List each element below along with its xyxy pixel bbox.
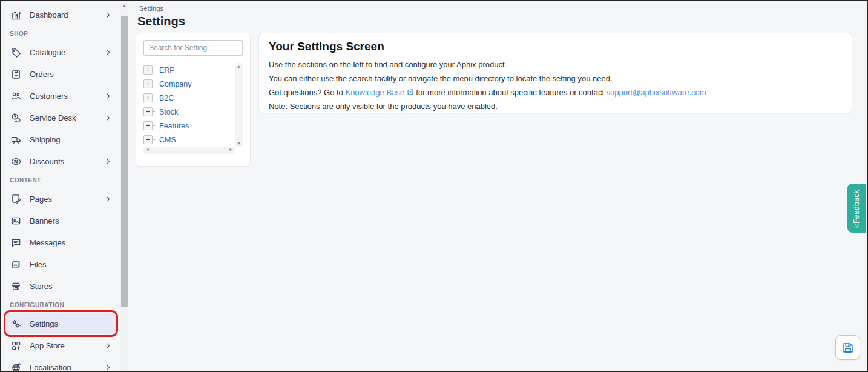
sidebar-item-label: Files [30, 260, 46, 269]
sidebar-item-label: Catalogue [30, 48, 65, 57]
truck-icon [10, 133, 22, 145]
settings-tree: + ERP + Company + B2C + [143, 63, 243, 154]
sidebar-item-label: Settings [30, 319, 58, 328]
sidebar-item-shipping[interactable]: Shipping [5, 128, 117, 150]
sidebar: Dashboard SHOP Catalogue Orders Customer… [1, 1, 120, 371]
expand-plus-icon[interactable]: + [143, 93, 153, 102]
tree-dash [153, 70, 157, 70]
app-window: Dashboard SHOP Catalogue Orders Customer… [0, 0, 868, 372]
sidebar-item-label: Pages [30, 194, 52, 204]
storefront-icon [10, 280, 22, 292]
tree-node-stock: + Stock [143, 105, 235, 119]
breadcrumb: Settings [139, 5, 163, 12]
tree-dash [153, 125, 157, 126]
info-line-3: Got questions? Go to Knowledge Base for … [269, 85, 842, 99]
sidebar-item-label: Shipping [30, 135, 61, 144]
chevron-right-icon [103, 156, 113, 166]
info-line-3-middle: for more information about specific feat… [414, 88, 607, 97]
scrollbar-right-arrow-icon[interactable]: ► [229, 147, 233, 151]
main-content: Settings Settings + ERP + Company [128, 1, 867, 371]
chat-question-icon [10, 111, 22, 124]
tree-node-erp: + ERP [143, 63, 235, 77]
search-input[interactable] [143, 40, 243, 56]
percent-icon [10, 155, 22, 167]
info-line-note: Note: Sections are only visible for the … [269, 99, 842, 113]
box-icon [10, 68, 22, 80]
smiley-icon [852, 224, 861, 228]
sidebar-item-orders[interactable]: Orders [5, 63, 117, 85]
sidebar-item-label: Service Desk [30, 113, 76, 122]
sidebar-item-label: Dashboard [30, 10, 68, 19]
people-icon [10, 90, 22, 102]
floppy-disk-icon [841, 341, 855, 354]
sidebar-section-configuration: CONFIGURATION [1, 297, 120, 313]
settings-info-card: Your Settings Screen Use the sections on… [258, 33, 852, 113]
tree-horizontal-scrollbar[interactable]: ◄ ► [143, 147, 235, 154]
tree-dash [153, 111, 157, 112]
tree-node-label[interactable]: B2C [157, 94, 174, 102]
feedback-button[interactable]: Feedback [847, 184, 866, 233]
sidebar-item-stores[interactable]: Stores [5, 275, 117, 297]
tree-node-company: + Company [143, 77, 235, 91]
chevron-right-icon [103, 340, 113, 350]
info-line-3-prefix: Got questions? Go to [269, 88, 345, 97]
sidebar-item-catalogue[interactable]: Catalogue [5, 41, 117, 63]
settings-tree-panel: + ERP + Company + B2C + [136, 33, 251, 167]
chevron-right-icon [103, 362, 113, 372]
page-title: Settings [137, 15, 185, 28]
sidebar-item-settings[interactable]: Settings [5, 313, 117, 334]
chevron-right-icon [103, 10, 113, 19]
sidebar-item-label: Customers [30, 91, 68, 101]
sidebar-item-app-store[interactable]: App Store [5, 334, 117, 356]
chevron-right-icon [103, 194, 113, 204]
sidebar-item-localisation[interactable]: Localisation [5, 356, 117, 372]
expand-plus-icon[interactable]: + [143, 135, 153, 144]
tree-node-label[interactable]: CMS [157, 136, 176, 144]
tree-node-b2c: + B2C [143, 91, 235, 105]
expand-plus-icon[interactable]: + [143, 121, 153, 130]
sidebar-item-pages[interactable]: Pages [5, 188, 117, 210]
save-button[interactable] [835, 335, 860, 360]
scrollbar-up-arrow-icon[interactable]: ▲ [235, 64, 243, 68]
sidebar-item-banners[interactable]: Banners [5, 210, 117, 231]
sidebar-item-discounts[interactable]: Discounts [5, 150, 117, 172]
tree-rows: + ERP + Company + B2C + [143, 63, 235, 147]
support-email-link[interactable]: support@aphixsoftware.com [607, 88, 706, 97]
tree-node-label[interactable]: ERP [157, 66, 175, 75]
message-icon [10, 236, 22, 248]
scrollbar-left-arrow-icon[interactable]: ◄ [145, 147, 150, 151]
sidebar-scrollbar[interactable]: ▲ [120, 1, 128, 372]
tree-node-label[interactable]: Company [157, 80, 192, 88]
chevron-right-icon [103, 91, 113, 101]
expand-plus-icon[interactable]: + [143, 107, 153, 116]
sidebar-section-shop: SHOP [1, 25, 120, 41]
gears-icon [10, 317, 22, 330]
sidebar-item-label: Localisation [30, 363, 71, 372]
expand-plus-icon[interactable]: + [143, 65, 153, 75]
sidebar-item-files[interactable]: Files [5, 253, 117, 275]
sidebar-item-messages[interactable]: Messages [5, 231, 117, 253]
globe-icon [10, 361, 22, 372]
scrollbar-up-arrow-icon[interactable]: ▲ [120, 3, 128, 8]
sidebar-item-label: Banners [30, 216, 59, 225]
grid-plus-icon [10, 339, 22, 351]
scrollbar-down-arrow-icon[interactable]: ▼ [235, 141, 243, 145]
info-card-heading: Your Settings Screen [269, 40, 842, 53]
sidebar-item-label: Discounts [30, 157, 64, 166]
sidebar-item-customers[interactable]: Customers [5, 85, 117, 107]
sidebar-item-label: Orders [30, 70, 54, 79]
tree-node-label[interactable]: Features [157, 122, 189, 130]
expand-plus-icon[interactable]: + [143, 79, 153, 88]
files-icon [10, 258, 22, 270]
sidebar-item-dashboard[interactable]: Dashboard [5, 4, 117, 25]
tree-node-cms: + CMS [143, 133, 235, 147]
knowledge-base-link[interactable]: Knowledge Base [345, 88, 404, 97]
sidebar-item-label: Messages [30, 238, 65, 247]
sidebar-item-label: App Store [30, 341, 65, 350]
info-line-1: Use the sections on the left to find and… [269, 58, 842, 71]
tree-node-label[interactable]: Stock [157, 108, 178, 116]
sidebar-item-service-desk[interactable]: Service Desk [5, 107, 117, 128]
tree-vertical-scrollbar[interactable]: ▲ ▼ [235, 63, 243, 147]
chevron-right-icon [103, 47, 113, 57]
scrollbar-thumb[interactable] [121, 16, 128, 307]
